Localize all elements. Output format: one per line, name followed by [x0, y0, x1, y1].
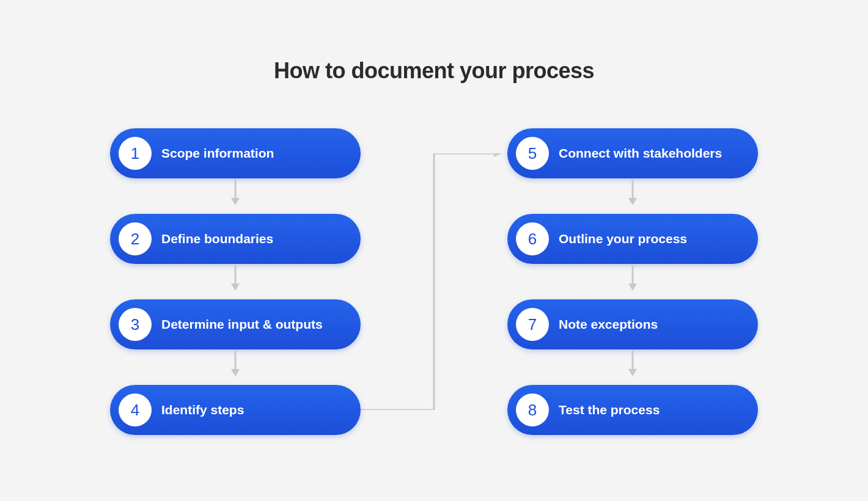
- down-arrow-icon: [627, 265, 639, 290]
- step-7: 7 Note exceptions: [507, 299, 758, 349]
- step-4: 4 Identify steps: [110, 385, 361, 435]
- down-arrow-icon: [229, 180, 241, 204]
- step-number-badge: 5: [516, 137, 549, 170]
- step-3: 3 Determine input & outputs: [110, 299, 361, 349]
- step-label: Test the process: [559, 403, 660, 417]
- step-number-badge: 4: [119, 393, 152, 426]
- step-label: Define boundaries: [161, 232, 273, 246]
- diagram-title: How to document your process: [0, 58, 868, 84]
- connector-arrow-icon: [361, 153, 507, 410]
- step-label: Connect with stakeholders: [559, 146, 722, 161]
- step-number-badge: 6: [516, 222, 549, 255]
- step-number-badge: 8: [516, 393, 549, 426]
- step-number-badge: 1: [119, 137, 152, 170]
- step-number-badge: 2: [119, 222, 152, 255]
- step-1: 1 Scope information: [110, 128, 361, 178]
- step-6: 6 Outline your process: [507, 214, 758, 264]
- down-arrow-icon: [229, 265, 241, 290]
- step-label: Outline your process: [559, 232, 687, 246]
- step-number-badge: 7: [516, 308, 549, 341]
- step-label: Note exceptions: [559, 317, 658, 332]
- step-2: 2 Define boundaries: [110, 214, 361, 264]
- step-number-badge: 3: [119, 308, 152, 341]
- down-arrow-icon: [627, 351, 639, 375]
- step-label: Scope information: [161, 146, 274, 161]
- step-label: Identify steps: [161, 403, 244, 417]
- down-arrow-icon: [229, 351, 241, 375]
- diagram-canvas: How to document your process 1 Scope inf…: [0, 0, 868, 501]
- down-arrow-icon: [627, 180, 639, 204]
- step-5: 5 Connect with stakeholders: [507, 128, 758, 178]
- flow-diagram: 1 Scope information 2 Define boundaries …: [110, 116, 758, 458]
- step-8: 8 Test the process: [507, 385, 758, 435]
- step-label: Determine input & outputs: [161, 317, 323, 332]
